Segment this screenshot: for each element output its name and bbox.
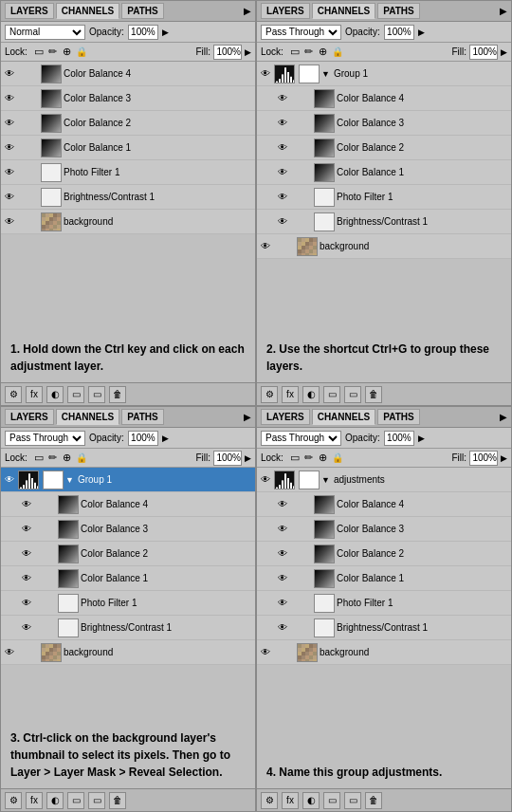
blend-mode-select[interactable]: Pass Through (261, 431, 341, 446)
tab-channels[interactable]: CHANNELS (56, 409, 120, 425)
fill-arrow[interactable]: ▶ (245, 47, 251, 57)
visibility-icon[interactable]: 👁 (3, 473, 16, 487)
visibility-icon[interactable]: 👁 (20, 572, 33, 585)
opacity-input[interactable] (128, 431, 158, 446)
visibility-icon[interactable]: 👁 (276, 547, 289, 561)
visibility-icon[interactable]: 👁 (3, 191, 16, 204)
lock-transparency-icon[interactable]: ▭ (289, 452, 301, 464)
panel-menu-arrow[interactable]: ▶ (500, 6, 507, 16)
tab-paths[interactable]: PATHS (121, 409, 163, 425)
opacity-input[interactable] (128, 25, 158, 40)
layer-row[interactable]: 👁Color Balance 4 (1, 62, 255, 86)
visibility-icon[interactable]: 👁 (276, 572, 289, 585)
lock-transparency-icon[interactable]: ▭ (33, 452, 45, 464)
visibility-icon[interactable]: 👁 (276, 92, 289, 105)
new-group-icon[interactable]: ▭ (323, 386, 340, 403)
layer-row[interactable]: 👁Color Balance 2 (1, 542, 255, 566)
lock-all-icon[interactable]: 🔒 (76, 46, 87, 58)
new-group-icon[interactable]: ▭ (323, 792, 340, 809)
tab-channels[interactable]: CHANNELS (56, 3, 120, 19)
lock-all-icon[interactable]: 🔒 (76, 452, 87, 464)
layer-row[interactable]: 👁Color Balance 1 (1, 566, 255, 591)
blend-mode-select[interactable]: Pass Through (261, 25, 341, 40)
layer-row[interactable]: 👁Color Balance 2 (257, 542, 511, 566)
delete-layer-icon[interactable]: 🗑 (365, 792, 382, 809)
adjustment-icon[interactable]: ◐ (302, 386, 320, 403)
delete-layer-icon[interactable]: 🗑 (109, 386, 126, 403)
new-group-icon[interactable]: ▭ (67, 386, 84, 403)
effects-icon[interactable]: fx (26, 386, 43, 403)
visibility-icon[interactable]: 👁 (20, 523, 33, 536)
lock-transparency-icon[interactable]: ▭ (33, 46, 45, 58)
visibility-icon[interactable]: 👁 (3, 646, 16, 659)
fill-arrow[interactable]: ▶ (501, 47, 507, 57)
layers-list[interactable]: 👁▼Group 1👁Color Balance 4👁Color Balance … (1, 468, 255, 722)
visibility-icon[interactable]: 👁 (259, 473, 272, 487)
group-expand-arrow[interactable]: ▼ (65, 475, 74, 485)
link-layers-icon[interactable]: ⚙ (5, 792, 22, 809)
layers-list[interactable]: 👁Color Balance 4👁Color Balance 3👁Color B… (1, 62, 255, 333)
tab-channels[interactable]: CHANNELS (312, 409, 376, 425)
layer-row[interactable]: 👁Color Balance 2 (257, 136, 511, 160)
effects-icon[interactable]: fx (26, 792, 43, 809)
visibility-icon[interactable]: 👁 (3, 67, 16, 81)
opacity-arrow[interactable]: ▶ (418, 434, 425, 443)
layer-row[interactable]: 👁Brightness/Contrast 1 (1, 185, 255, 210)
lock-position-icon[interactable]: ⊕ (62, 46, 73, 58)
visibility-icon[interactable]: 👁 (20, 621, 33, 635)
visibility-icon[interactable]: 👁 (276, 215, 289, 229)
layer-row[interactable]: 👁Brightness/Contrast 1 (257, 616, 511, 640)
lock-transparency-icon[interactable]: ▭ (289, 46, 301, 58)
effects-icon[interactable]: fx (282, 386, 299, 403)
layer-row[interactable]: 👁Photo Filter 1 (1, 591, 255, 616)
adjustment-icon[interactable]: ◐ (46, 386, 64, 403)
visibility-icon[interactable]: 👁 (276, 621, 289, 635)
layers-list[interactable]: 👁▼adjustments👁Color Balance 4👁Color Bala… (257, 468, 511, 756)
link-layers-icon[interactable]: ⚙ (5, 386, 22, 403)
visibility-icon[interactable]: 👁 (259, 646, 272, 659)
visibility-icon[interactable]: 👁 (3, 141, 16, 155)
visibility-icon[interactable]: 👁 (20, 498, 33, 511)
lock-paint-icon[interactable]: ✏ (303, 46, 315, 58)
layer-row[interactable]: 👁background (257, 234, 511, 259)
visibility-icon[interactable]: 👁 (276, 166, 289, 179)
layer-row[interactable]: 👁Brightness/Contrast 1 (257, 210, 511, 234)
visibility-icon[interactable]: 👁 (276, 191, 289, 204)
panel-menu-arrow[interactable]: ▶ (500, 412, 507, 422)
lock-paint-icon[interactable]: ✏ (47, 46, 59, 58)
opacity-input[interactable] (384, 25, 414, 40)
visibility-icon[interactable]: 👁 (3, 215, 16, 229)
visibility-icon[interactable]: 👁 (3, 92, 16, 105)
layer-row[interactable]: 👁Color Balance 3 (1, 86, 255, 111)
blend-mode-select[interactable]: Normal (5, 25, 85, 40)
layers-list[interactable]: 👁▼Group 1👁Color Balance 4👁Color Balance … (257, 62, 511, 333)
fill-arrow[interactable]: ▶ (501, 453, 507, 463)
tab-channels[interactable]: CHANNELS (312, 3, 376, 19)
group-expand-arrow[interactable]: ▼ (321, 475, 330, 485)
layer-row[interactable]: 👁Color Balance 3 (257, 517, 511, 542)
visibility-icon[interactable]: 👁 (276, 498, 289, 511)
layer-row[interactable]: 👁Color Balance 1 (257, 566, 511, 591)
adjustment-icon[interactable]: ◐ (302, 792, 320, 809)
opacity-arrow[interactable]: ▶ (162, 434, 169, 443)
lock-paint-icon[interactable]: ✏ (47, 452, 59, 464)
tab-layers[interactable]: LAYERS (261, 409, 310, 425)
layer-row[interactable]: 👁background (1, 210, 255, 234)
tab-layers[interactable]: LAYERS (5, 409, 54, 425)
new-layer-icon[interactable]: ▭ (88, 792, 105, 809)
delete-layer-icon[interactable]: 🗑 (365, 386, 382, 403)
visibility-icon[interactable]: 👁 (3, 117, 16, 130)
visibility-icon[interactable]: 👁 (276, 117, 289, 130)
layer-row[interactable]: 👁background (257, 640, 511, 665)
new-layer-icon[interactable]: ▭ (88, 386, 105, 403)
layer-row[interactable]: 👁Color Balance 2 (1, 111, 255, 136)
lock-paint-icon[interactable]: ✏ (303, 452, 315, 464)
lock-position-icon[interactable]: ⊕ (62, 452, 73, 464)
layer-row[interactable]: 👁Color Balance 1 (1, 136, 255, 160)
visibility-icon[interactable]: 👁 (259, 240, 272, 253)
blend-mode-select[interactable]: Pass Through (5, 431, 85, 446)
visibility-icon[interactable]: 👁 (20, 597, 33, 610)
fill-input[interactable] (213, 451, 242, 466)
lock-position-icon[interactable]: ⊕ (318, 46, 329, 58)
layer-row[interactable]: 👁Photo Filter 1 (257, 591, 511, 616)
